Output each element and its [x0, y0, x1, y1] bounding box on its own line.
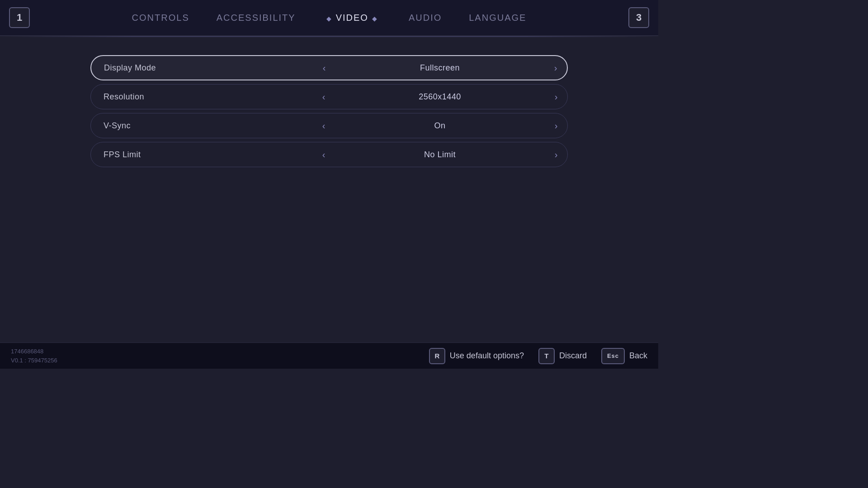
vsync-next-button[interactable]: ›	[547, 116, 566, 135]
nav-bar: 1 CONTROLS ACCESSIBILITY VIDEO AUDIO LAN…	[0, 0, 658, 36]
fps-limit-next-button[interactable]: ›	[547, 145, 566, 164]
setting-control-vsync: ‹ On ›	[312, 116, 567, 135]
action-default[interactable]: R Use default options?	[429, 348, 524, 364]
build-line2: V0.1 : 759475256	[11, 356, 57, 365]
display-mode-value: Fullscreen	[334, 63, 546, 73]
setting-control-fps-limit: ‹ No Limit ›	[312, 145, 567, 164]
setting-label-resolution: Resolution	[91, 92, 312, 102]
settings-panel: Display Mode ‹ Fullscreen › Resolution ‹…	[0, 37, 658, 189]
setting-row-fps-limit[interactable]: FPS Limit ‹ No Limit ›	[90, 142, 568, 167]
display-mode-prev-button[interactable]: ‹	[315, 58, 334, 77]
setting-control-display-mode: ‹ Fullscreen ›	[313, 58, 567, 77]
action-back[interactable]: Esc Back	[601, 348, 647, 364]
fps-limit-prev-button[interactable]: ‹	[314, 145, 333, 164]
action-back-label: Back	[629, 351, 647, 361]
setting-control-resolution: ‹ 2560x1440 ›	[312, 87, 567, 106]
setting-label-display-mode: Display Mode	[91, 63, 313, 73]
action-default-label: Use default options?	[450, 351, 524, 361]
resolution-value: 2560x1440	[333, 92, 547, 102]
nav-badge-left: 1	[9, 7, 30, 28]
tab-audio[interactable]: AUDIO	[409, 11, 442, 25]
build-line1: 1746686848	[11, 347, 57, 356]
bottom-bar: 1746686848 V0.1 : 759475256 R Use defaul…	[0, 343, 658, 369]
setting-row-resolution[interactable]: Resolution ‹ 2560x1440 ›	[90, 84, 568, 109]
setting-label-fps-limit: FPS Limit	[91, 150, 312, 160]
resolution-prev-button[interactable]: ‹	[314, 87, 333, 106]
display-mode-next-button[interactable]: ›	[546, 58, 565, 77]
fps-limit-value: No Limit	[333, 150, 547, 160]
vsync-prev-button[interactable]: ‹	[314, 116, 333, 135]
tab-controls[interactable]: CONTROLS	[132, 11, 189, 25]
key-badge-esc: Esc	[601, 348, 625, 364]
nav-tab-group: CONTROLS ACCESSIBILITY VIDEO AUDIO LANGU…	[30, 11, 628, 25]
tab-video[interactable]: VIDEO	[323, 11, 382, 25]
build-info: 1746686848 V0.1 : 759475256	[11, 347, 57, 365]
resolution-next-button[interactable]: ›	[547, 87, 566, 106]
tab-accessibility[interactable]: ACCESSIBILITY	[217, 11, 296, 25]
key-badge-t: T	[538, 348, 555, 364]
vsync-value: On	[333, 121, 547, 131]
setting-row-display-mode[interactable]: Display Mode ‹ Fullscreen ›	[90, 55, 568, 80]
bottom-actions: R Use default options? T Discard Esc Bac…	[429, 348, 647, 364]
nav-badge-right: 3	[628, 7, 649, 28]
tab-language[interactable]: LANGUAGE	[469, 11, 526, 25]
setting-row-vsync[interactable]: V-Sync ‹ On ›	[90, 113, 568, 138]
setting-label-vsync: V-Sync	[91, 121, 312, 131]
action-discard-label: Discard	[559, 351, 587, 361]
action-discard[interactable]: T Discard	[538, 348, 587, 364]
key-badge-r: R	[429, 348, 445, 364]
